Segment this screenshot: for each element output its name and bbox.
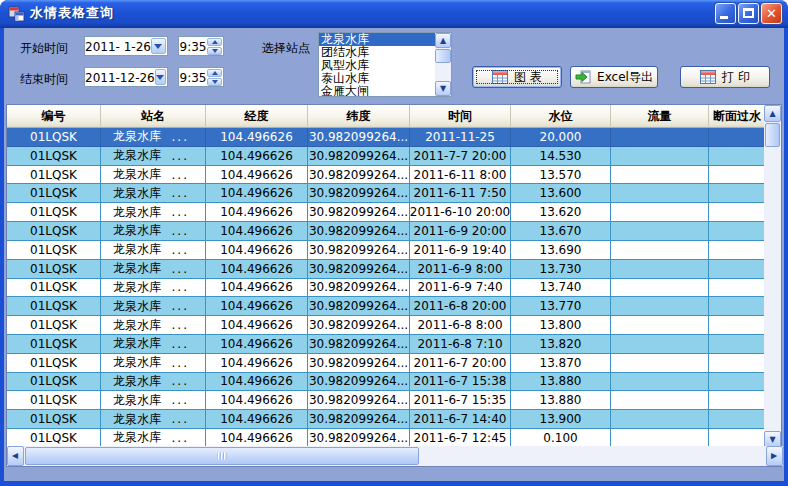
cell-level[interactable]: 0.100 <box>511 429 611 448</box>
table-row[interactable]: 01LQSK龙泉水库...104.49662630.982099264...20… <box>7 279 766 298</box>
cell-section[interactable] <box>709 354 766 373</box>
cell-lon[interactable]: 104.496626 <box>206 335 308 354</box>
column-header-5[interactable]: 水位 <box>511 105 611 128</box>
close-button[interactable]: ✕ <box>761 3 782 24</box>
cell-station[interactable]: 龙泉水库... <box>101 184 206 203</box>
cell-lon[interactable]: 104.496626 <box>206 184 308 203</box>
cell-id[interactable]: 01LQSK <box>7 260 101 279</box>
cell-time[interactable]: 2011-6-8 8:00 <box>410 316 511 335</box>
cell-lon[interactable]: 104.496626 <box>206 410 308 429</box>
cell-lat[interactable]: 30.982099264... <box>308 147 410 166</box>
cell-section[interactable] <box>709 147 766 166</box>
cell-level[interactable]: 13.880 <box>511 391 611 410</box>
listbox-scrollbar[interactable]: ▲ ▼ <box>435 33 451 96</box>
cell-lat[interactable]: 30.982099264... <box>308 260 410 279</box>
column-header-2[interactable]: 经度 <box>206 105 308 128</box>
cell-level[interactable]: 20.000 <box>511 128 611 147</box>
cell-section[interactable] <box>709 297 766 316</box>
cell-section[interactable] <box>709 184 766 203</box>
start-time-spinner[interactable]: 9:35 <box>178 36 224 56</box>
cell-section[interactable] <box>709 410 766 429</box>
cell-flow[interactable] <box>611 128 709 147</box>
cell-station[interactable]: 龙泉水库... <box>101 260 206 279</box>
cell-station[interactable]: 龙泉水库... <box>101 297 206 316</box>
cell-lat[interactable]: 30.982099264... <box>308 391 410 410</box>
cell-station[interactable]: 龙泉水库... <box>101 335 206 354</box>
table-row[interactable]: 01LQSK龙泉水库...104.49662630.982099264...20… <box>7 222 766 241</box>
table-row[interactable]: 01LQSK龙泉水库...104.49662630.982099264...20… <box>7 391 766 410</box>
cell-section[interactable] <box>709 391 766 410</box>
cell-station[interactable]: 龙泉水库... <box>101 316 206 335</box>
cell-station[interactable]: 龙泉水库... <box>101 373 206 392</box>
cell-flow[interactable] <box>611 260 709 279</box>
cell-lon[interactable]: 104.496626 <box>206 203 308 222</box>
cell-id[interactable]: 01LQSK <box>7 128 101 147</box>
table-row[interactable]: 01LQSK龙泉水库...104.49662630.982099264...20… <box>7 147 766 166</box>
cell-time[interactable]: 2011-6-10 20:00 <box>410 203 511 222</box>
cell-id[interactable]: 01LQSK <box>7 391 101 410</box>
cell-level[interactable]: 13.690 <box>511 241 611 260</box>
cell-station[interactable]: 龙泉水库... <box>101 241 206 260</box>
table-row[interactable]: 01LQSK龙泉水库...104.49662630.982099264...20… <box>7 260 766 279</box>
cell-station[interactable]: 龙泉水库... <box>101 354 206 373</box>
cell-time[interactable]: 2011-6-7 12:45 <box>410 429 511 448</box>
cell-lon[interactable]: 104.496626 <box>206 316 308 335</box>
cell-lat[interactable]: 30.982099264... <box>308 128 410 147</box>
table-row[interactable]: 01LQSK龙泉水库...104.49662630.982099264...20… <box>7 373 766 392</box>
scroll-up-button[interactable]: ▲ <box>764 105 781 122</box>
start-date-dropdown-button[interactable] <box>151 38 166 54</box>
cell-time[interactable]: 2011-6-8 7:10 <box>410 335 511 354</box>
cell-time[interactable]: 2011-6-11 8:00 <box>410 166 511 185</box>
cell-time[interactable]: 2011-6-7 15:38 <box>410 373 511 392</box>
scrollbar-track[interactable] <box>435 64 451 81</box>
table-row[interactable]: 01LQSK龙泉水库...104.49662630.982099264...20… <box>7 184 766 203</box>
cell-level[interactable]: 13.870 <box>511 354 611 373</box>
horizontal-scrollbar[interactable]: ▲ ▲ <box>7 446 783 466</box>
cell-flow[interactable] <box>611 335 709 354</box>
cell-id[interactable]: 01LQSK <box>7 241 101 260</box>
cell-id[interactable]: 01LQSK <box>7 279 101 298</box>
cell-lat[interactable]: 30.982099264... <box>308 166 410 185</box>
scrollbar-thumb[interactable] <box>435 49 451 63</box>
cell-id[interactable]: 01LQSK <box>7 147 101 166</box>
cell-section[interactable] <box>709 279 766 298</box>
cell-flow[interactable] <box>611 222 709 241</box>
cell-id[interactable]: 01LQSK <box>7 316 101 335</box>
cell-time[interactable]: 2011-6-9 7:40 <box>410 279 511 298</box>
cell-id[interactable]: 01LQSK <box>7 410 101 429</box>
excel-export-button[interactable]: Excel导出 <box>570 66 658 88</box>
cell-lon[interactable]: 104.496626 <box>206 391 308 410</box>
table-row[interactable]: 01LQSK龙泉水库...104.49662630.982099264...20… <box>7 297 766 316</box>
cell-lon[interactable]: 104.496626 <box>206 128 308 147</box>
cell-lat[interactable]: 30.982099264... <box>308 316 410 335</box>
station-list-item[interactable]: 金雁大闸 <box>319 85 435 96</box>
cell-id[interactable]: 01LQSK <box>7 429 101 448</box>
cell-level[interactable]: 13.770 <box>511 297 611 316</box>
cell-level[interactable]: 13.600 <box>511 184 611 203</box>
cell-level[interactable]: 13.730 <box>511 260 611 279</box>
cell-time[interactable]: 2011-6-7 15:35 <box>410 391 511 410</box>
column-header-4[interactable]: 时间 <box>410 105 511 128</box>
cell-section[interactable] <box>709 222 766 241</box>
cell-lat[interactable]: 30.982099264... <box>308 279 410 298</box>
cell-section[interactable] <box>709 260 766 279</box>
cell-time[interactable]: 2011-11-25 <box>410 128 511 147</box>
cell-flow[interactable] <box>611 203 709 222</box>
scroll-left-button[interactable]: ▲ <box>7 446 24 466</box>
cell-time[interactable]: 2011-6-9 20:00 <box>410 222 511 241</box>
cell-flow[interactable] <box>611 184 709 203</box>
cell-id[interactable]: 01LQSK <box>7 222 101 241</box>
column-header-0[interactable]: 编号 <box>7 105 101 128</box>
column-header-6[interactable]: 流量 <box>611 105 709 128</box>
cell-lon[interactable]: 104.496626 <box>206 147 308 166</box>
cell-flow[interactable] <box>611 166 709 185</box>
start-date-picker[interactable]: 2011- 1-26 <box>84 36 168 56</box>
cell-id[interactable]: 01LQSK <box>7 373 101 392</box>
cell-station[interactable]: 龙泉水库... <box>101 128 206 147</box>
cell-lon[interactable]: 104.496626 <box>206 297 308 316</box>
cell-lon[interactable]: 104.496626 <box>206 279 308 298</box>
table-row[interactable]: 01LQSK龙泉水库...104.49662630.982099264...20… <box>7 241 766 260</box>
cell-flow[interactable] <box>611 241 709 260</box>
cell-time[interactable]: 2011-6-9 8:00 <box>410 260 511 279</box>
cell-lon[interactable]: 104.496626 <box>206 429 308 448</box>
